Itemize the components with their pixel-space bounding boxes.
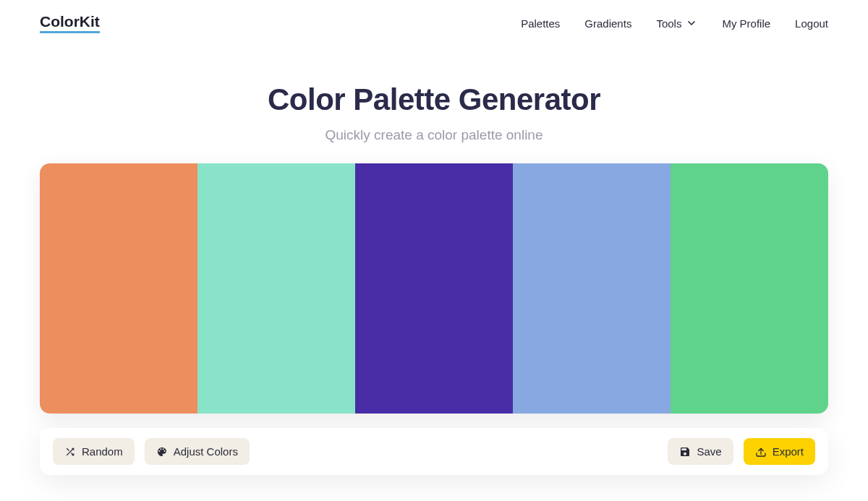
- toolbar-right: Save Export: [668, 438, 815, 465]
- color-swatch-4[interactable]: [671, 163, 828, 414]
- adjust-colors-button[interactable]: Adjust Colors: [145, 438, 250, 465]
- color-swatch-2[interactable]: [355, 163, 513, 414]
- main-content: Color Palette Generator Quickly create a…: [0, 46, 868, 475]
- toolbar-left: Random Adjust Colors: [53, 438, 250, 465]
- palette-icon: [156, 446, 168, 458]
- chevron-down-icon: [686, 17, 697, 29]
- export-button[interactable]: Export: [744, 438, 815, 465]
- save-button[interactable]: Save: [668, 438, 733, 465]
- nav-profile[interactable]: My Profile: [722, 17, 770, 30]
- nav-tools-label: Tools: [656, 17, 681, 30]
- page-title: Color Palette Generator: [40, 82, 828, 117]
- nav-gradients[interactable]: Gradients: [584, 17, 631, 30]
- color-swatch-0[interactable]: [40, 163, 197, 414]
- export-icon: [755, 446, 767, 458]
- save-label: Save: [697, 445, 721, 458]
- export-label: Export: [773, 445, 804, 458]
- color-swatch-3[interactable]: [513, 163, 671, 414]
- nav-palettes[interactable]: Palettes: [521, 17, 560, 30]
- color-swatch-1[interactable]: [197, 163, 355, 414]
- random-button[interactable]: Random: [53, 438, 135, 465]
- save-icon: [679, 446, 691, 458]
- nav-logout[interactable]: Logout: [795, 17, 828, 30]
- random-label: Random: [82, 445, 123, 458]
- palette-display: [40, 163, 828, 414]
- toolbar: Random Adjust Colors Save Export: [40, 428, 828, 475]
- nav-tools[interactable]: Tools: [656, 17, 697, 30]
- page-subtitle: Quickly create a color palette online: [40, 127, 828, 143]
- navbar: ColorKit Palettes Gradients Tools My Pro…: [0, 0, 868, 46]
- nav-links: Palettes Gradients Tools My Profile Logo…: [521, 17, 828, 30]
- shuffle-icon: [64, 446, 76, 458]
- brand-logo[interactable]: ColorKit: [40, 13, 100, 33]
- adjust-label: Adjust Colors: [174, 445, 238, 458]
